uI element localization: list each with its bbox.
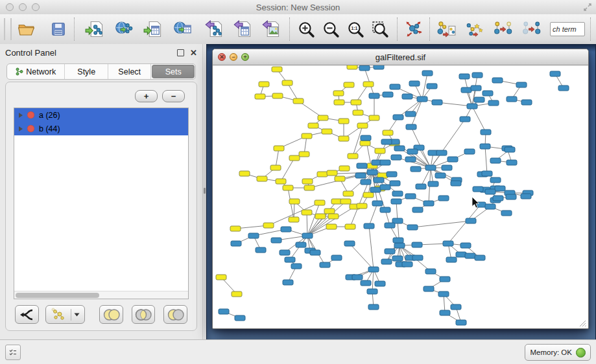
- horizontal-scrollbar[interactable]: [14, 291, 188, 299]
- graph-node[interactable]: [416, 184, 426, 189]
- graph-node[interactable]: [285, 257, 295, 262]
- graph-node[interactable]: [310, 250, 320, 255]
- graph-node[interactable]: [380, 207, 390, 212]
- graph-node[interactable]: [392, 256, 403, 261]
- graph-node[interactable]: [405, 111, 416, 117]
- graph-node[interactable]: [391, 155, 401, 160]
- frame-close-button[interactable]: ✕: [218, 53, 226, 61]
- graph-node[interactable]: [368, 304, 379, 310]
- graph-node[interactable]: [320, 262, 330, 267]
- remove-set-button[interactable]: −: [162, 90, 185, 102]
- set-row-a[interactable]: a (26): [14, 108, 188, 122]
- graph-node[interactable]: [443, 241, 453, 246]
- graph-node[interactable]: [256, 247, 266, 253]
- graph-node[interactable]: [363, 192, 374, 198]
- graph-node[interactable]: [335, 176, 345, 181]
- graph-node[interactable]: [507, 97, 517, 102]
- split-sets-button[interactable]: [15, 305, 39, 324]
- graph-node[interactable]: [428, 181, 438, 187]
- graph-node[interactable]: [459, 74, 470, 79]
- graph-node[interactable]: [482, 171, 492, 176]
- network-frame-titlebar[interactable]: galFiltered.sif ✕ − +: [213, 49, 588, 65]
- frame-minimize-button[interactable]: −: [230, 53, 237, 61]
- graph-node[interactable]: [361, 135, 371, 141]
- graph-node[interactable]: [390, 181, 400, 186]
- import-table-url-button[interactable]: [171, 17, 195, 41]
- copy-selection-button[interactable]: [492, 17, 515, 41]
- save-session-button[interactable]: [47, 17, 70, 41]
- graph-node[interactable]: [558, 85, 569, 91]
- new-network-from-selection-button[interactable]: [435, 17, 458, 41]
- graph-node[interactable]: [343, 191, 353, 196]
- graph-node[interactable]: [239, 171, 250, 176]
- graph-node[interactable]: [393, 238, 403, 243]
- graph-node[interactable]: [331, 255, 342, 260]
- graph-node[interactable]: [407, 225, 418, 230]
- graph-node[interactable]: [272, 67, 282, 72]
- graph-node[interactable]: [390, 84, 400, 89]
- graph-node[interactable]: [231, 241, 241, 246]
- graph-node[interactable]: [299, 152, 309, 157]
- graph-node[interactable]: [501, 210, 512, 216]
- search-input[interactable]: [550, 22, 585, 36]
- select-first-neighbors-button[interactable]: [463, 17, 486, 41]
- graph-node[interactable]: [380, 185, 390, 190]
- graph-node[interactable]: [326, 224, 337, 229]
- graph-node[interactable]: [473, 187, 483, 192]
- task-history-button[interactable]: [5, 345, 21, 360]
- graph-node[interactable]: [440, 277, 450, 282]
- graph-edge[interactable]: [307, 212, 307, 236]
- graph-edge[interactable]: [448, 205, 481, 244]
- graph-node[interactable]: [438, 196, 449, 201]
- graph-node[interactable]: [383, 130, 393, 135]
- import-network-url-button[interactable]: [113, 17, 136, 41]
- graph-node[interactable]: [412, 255, 423, 260]
- graph-node[interactable]: [436, 150, 447, 155]
- graph-node[interactable]: [446, 257, 457, 262]
- graph-node[interactable]: [340, 199, 351, 204]
- add-set-button[interactable]: +: [135, 90, 158, 102]
- graph-node[interactable]: [304, 185, 315, 190]
- graph-node[interactable]: [438, 291, 449, 297]
- graph-node[interactable]: [422, 71, 433, 76]
- graph-node[interactable]: [381, 139, 392, 144]
- network-frame[interactable]: galFiltered.sif ✕ − +: [212, 49, 589, 329]
- graph-node[interactable]: [230, 226, 241, 231]
- graph-edge[interactable]: [281, 158, 294, 181]
- graph-node[interactable]: [302, 233, 313, 238]
- graph-node[interactable]: [407, 149, 418, 154]
- graph-node[interactable]: [381, 259, 392, 264]
- graph-node[interactable]: [272, 93, 283, 98]
- graph-node[interactable]: [485, 189, 495, 194]
- graph-node[interactable]: [393, 115, 403, 120]
- graph-edge[interactable]: [307, 201, 346, 236]
- graph-node[interactable]: [235, 315, 245, 321]
- graph-node[interactable]: [322, 129, 332, 134]
- graph-node[interactable]: [432, 100, 442, 105]
- graph-node[interactable]: [361, 179, 371, 185]
- graph-node[interactable]: [451, 304, 461, 310]
- graph-node[interactable]: [339, 136, 349, 141]
- open-session-button[interactable]: [14, 17, 38, 41]
- graph-node[interactable]: [406, 124, 416, 130]
- graph-node[interactable]: [271, 238, 281, 243]
- graph-node[interactable]: [460, 243, 471, 248]
- graph-node[interactable]: [347, 65, 357, 69]
- intersect-sets-button[interactable]: [132, 305, 156, 324]
- import-network-file-button[interactable]: [83, 17, 106, 41]
- graph-node[interactable]: [283, 280, 293, 285]
- graph-node[interactable]: [385, 223, 395, 228]
- graph-node[interactable]: [289, 199, 300, 204]
- graph-node[interactable]: [423, 201, 434, 206]
- graph-node[interactable]: [425, 165, 436, 170]
- expander-icon[interactable]: [19, 126, 23, 131]
- graph-node[interactable]: [385, 249, 395, 254]
- graph-node[interactable]: [270, 165, 281, 170]
- graph-node[interactable]: [495, 186, 505, 191]
- tab-select[interactable]: Select: [108, 64, 152, 79]
- graph-node[interactable]: [492, 78, 503, 83]
- graph-node[interactable]: [507, 160, 517, 165]
- graph-node[interactable]: [481, 130, 491, 135]
- graph-node[interactable]: [302, 210, 312, 215]
- graph-node[interactable]: [302, 133, 312, 139]
